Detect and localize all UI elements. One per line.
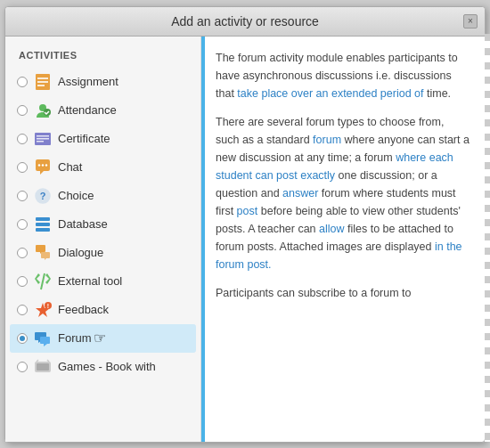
svg-rect-8 bbox=[37, 138, 49, 140]
assignment-label: Assignment bbox=[58, 75, 118, 88]
svg-point-10 bbox=[38, 164, 40, 166]
text-highlight-7: in the forum post. bbox=[216, 240, 462, 271]
dialogue-label: Dialogue bbox=[58, 246, 103, 259]
text-highlight-1: take place over an extended period of bbox=[237, 87, 423, 100]
sidebar-item-assignment[interactable]: Assignment bbox=[10, 68, 196, 96]
radio-attendance[interactable] bbox=[17, 105, 28, 116]
radio-database[interactable] bbox=[17, 219, 28, 230]
svg-point-12 bbox=[45, 164, 47, 166]
external-tool-icon bbox=[33, 272, 53, 291]
attendance-label: Attendance bbox=[58, 103, 117, 117]
radio-forum[interactable] bbox=[17, 333, 28, 344]
svg-rect-2 bbox=[37, 81, 48, 83]
description-panel: The forum activity module enables partic… bbox=[201, 37, 485, 442]
text-highlight-4: answer bbox=[282, 187, 318, 200]
sidebar-item-attendance[interactable]: Attendance bbox=[10, 96, 196, 125]
games-label: Games - Book with bbox=[58, 360, 156, 373]
text-highlight-6: allow bbox=[319, 223, 345, 235]
dialog-title: Add an activity or resource bbox=[171, 14, 319, 29]
sidebar-item-dialogue[interactable]: Dialogue bbox=[10, 239, 196, 267]
forum-icon bbox=[33, 329, 53, 348]
choice-label: Choice bbox=[58, 189, 94, 202]
description-paragraph-3: Participants can subscribe to a forum to bbox=[216, 284, 470, 302]
forum-label: Forum bbox=[58, 331, 92, 345]
radio-choice[interactable] bbox=[17, 191, 28, 201]
sidebar-item-certificate[interactable]: Certificate bbox=[10, 125, 196, 153]
svg-rect-9 bbox=[37, 141, 44, 143]
sidebar-item-forum[interactable]: Forum ☞ bbox=[10, 324, 196, 353]
svg-text:?: ? bbox=[40, 191, 46, 201]
dialog-body: ACTIVITIES Assignment bbox=[5, 37, 485, 442]
sidebar-item-games[interactable]: Games - Book with bbox=[10, 353, 196, 381]
database-icon bbox=[33, 215, 53, 234]
svg-rect-7 bbox=[37, 135, 49, 137]
dialog-header: Add an activity or resource × bbox=[5, 7, 485, 37]
svg-rect-17 bbox=[36, 228, 50, 232]
svg-rect-15 bbox=[36, 217, 50, 221]
close-button[interactable]: × bbox=[463, 14, 478, 29]
svg-rect-22 bbox=[40, 337, 50, 344]
svg-rect-1 bbox=[37, 77, 48, 79]
sidebar-item-feedback[interactable]: ! Feedback bbox=[10, 296, 196, 324]
radio-games[interactable] bbox=[17, 362, 28, 372]
svg-line-25 bbox=[37, 360, 38, 362]
chat-label: Chat bbox=[58, 160, 82, 174]
activities-section-title: ACTIVITIES bbox=[10, 45, 196, 68]
radio-dialogue[interactable] bbox=[17, 248, 28, 258]
radio-feedback[interactable] bbox=[17, 305, 28, 315]
svg-line-18 bbox=[41, 273, 45, 289]
sidebar-item-database[interactable]: Database bbox=[10, 210, 196, 239]
text-highlight-3: where each student can post exactly bbox=[216, 151, 453, 182]
cursor-icon: ☞ bbox=[94, 330, 106, 346]
svg-rect-3 bbox=[37, 85, 45, 86]
choice-icon: ? bbox=[33, 186, 53, 206]
games-icon bbox=[33, 357, 53, 377]
sidebar-item-chat[interactable]: Chat bbox=[10, 153, 196, 182]
svg-rect-24 bbox=[37, 363, 49, 371]
chat-icon bbox=[33, 158, 53, 177]
activities-panel: ACTIVITIES Assignment bbox=[5, 37, 201, 442]
external-tool-label: External tool bbox=[58, 274, 122, 288]
sidebar-item-choice[interactable]: ? Choice bbox=[10, 182, 196, 210]
assignment-icon bbox=[33, 72, 53, 92]
feedback-label: Feedback bbox=[58, 303, 109, 316]
database-label: Database bbox=[58, 217, 108, 231]
feedback-icon: ! bbox=[33, 300, 53, 320]
radio-chat[interactable] bbox=[17, 162, 28, 173]
dialogue-icon bbox=[33, 243, 53, 263]
svg-text:!: ! bbox=[47, 303, 49, 309]
description-text: The forum activity module enables partic… bbox=[216, 49, 470, 302]
certificate-label: Certificate bbox=[58, 132, 110, 145]
description-paragraph-2: There are several forum types to choose … bbox=[216, 113, 470, 273]
add-activity-dialog: Add an activity or resource × ACTIVITIES… bbox=[4, 6, 486, 443]
certificate-icon bbox=[33, 129, 53, 149]
radio-certificate[interactable] bbox=[17, 134, 28, 144]
radio-assignment[interactable] bbox=[17, 77, 28, 87]
text-highlight-2: forum bbox=[313, 134, 341, 146]
svg-rect-16 bbox=[36, 223, 50, 226]
radio-external-tool[interactable] bbox=[17, 276, 28, 287]
text-highlight-5: post bbox=[237, 205, 258, 217]
svg-point-11 bbox=[42, 164, 44, 166]
attendance-icon bbox=[33, 101, 53, 120]
description-paragraph-1: The forum activity module enables partic… bbox=[216, 49, 470, 102]
close-icon: × bbox=[468, 16, 473, 26]
sidebar-item-external-tool[interactable]: External tool bbox=[10, 267, 196, 296]
svg-line-26 bbox=[47, 360, 49, 362]
